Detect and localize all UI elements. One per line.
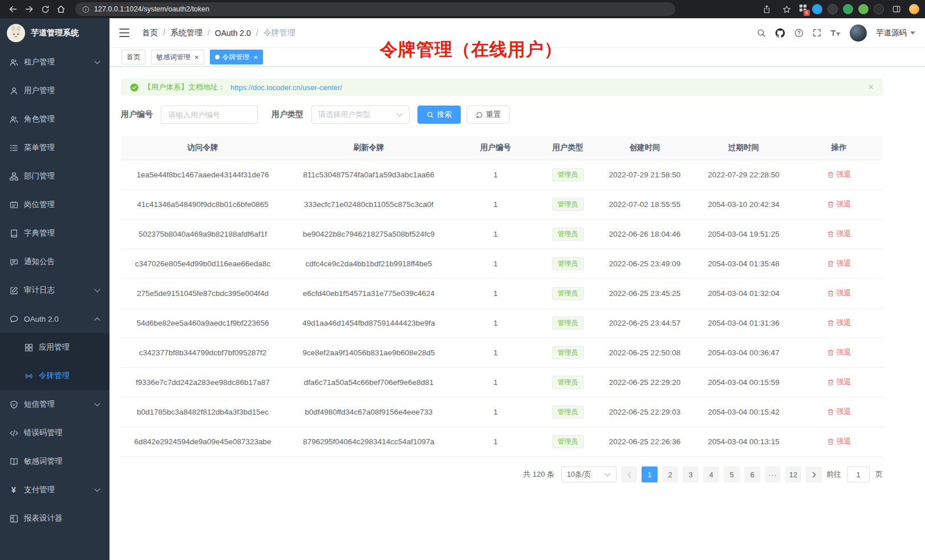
side-panel-button[interactable] [889,2,904,16]
sidebar-item[interactable]: ¥ 支付管理 [0,476,109,504]
page-button[interactable]: 5 [724,466,740,482]
page-button[interactable]: ··· [765,466,781,482]
address-bar[interactable]: 127.0.0.1:1024/system/oauth2/token [75,2,675,16]
site-info-icon[interactable] [82,6,90,13]
bookmark-star-icon[interactable] [779,2,794,16]
access-token-cell: b0d1785bc3a8482f812db4a3f3bd15ec [121,397,285,427]
tab[interactable]: 敏感词管理 × [151,50,204,64]
prev-page-button[interactable] [621,466,637,482]
sidebar-item[interactable]: 应用管理 [0,333,109,362]
forward-button[interactable] [22,2,36,16]
fullscreen-icon[interactable] [813,29,821,37]
sidebar-item[interactable]: 菜单管理 [0,133,109,162]
user-type-badge: 管理员 [552,435,584,448]
create-time-cell: 2022-06-25 23:44:57 [597,309,692,338]
delete-icon [827,438,834,445]
breadcrumb-item[interactable]: 令牌管理 [263,28,295,38]
sidebar-item[interactable]: 部门管理 [0,162,109,190]
sidebar-item[interactable]: 审计日志 [0,276,109,305]
search-icon[interactable] [757,29,766,38]
reset-button[interactable]: 重置 [466,105,510,124]
sidebar-item[interactable]: 角色管理 [0,105,109,133]
close-icon[interactable]: × [869,83,874,92]
force-logout-button[interactable]: 强退 [827,436,851,447]
sidebar-item[interactable]: 字典管理 [0,219,109,247]
breadcrumb-item[interactable]: 系统管理 [171,28,215,38]
share-button[interactable] [759,2,774,16]
user-id-input[interactable] [161,105,258,124]
close-icon[interactable]: × [254,54,258,61]
force-logout-button[interactable]: 强退 [827,229,851,239]
force-logout-button[interactable]: 强退 [827,318,851,328]
github-icon[interactable] [775,28,785,38]
goto-page-input[interactable] [847,466,870,482]
page-size-select[interactable]: 10条/页 [561,466,616,482]
user-type-badge: 管理员 [552,376,584,389]
sidebar-item[interactable]: 令牌管理 [0,362,109,390]
force-logout-button[interactable]: 强退 [827,288,851,298]
sidebar-item[interactable]: 错误码管理 [0,419,109,447]
column-header: 创建时间 [597,136,692,160]
next-page-button[interactable] [806,466,822,482]
caret-down-icon [910,31,915,35]
sidebar-item[interactable]: OAuth 2.0 [0,305,109,333]
user-menu[interactable]: 芋道源码 [876,28,915,38]
doc-link[interactable]: https://doc.iocoder.cn/user-center/ [230,83,342,92]
force-logout-button[interactable]: 强退 [827,347,851,358]
close-icon[interactable]: × [194,54,199,61]
user-avatar[interactable] [850,25,867,42]
role-icon [9,115,18,124]
sidebar-item[interactable]: 通知公告 [0,247,109,276]
page-button[interactable]: 4 [703,466,719,482]
force-logout-button[interactable]: 强退 [827,258,851,269]
action-cell: 强退 [795,427,883,457]
sidebar-item[interactable]: 敏感词管理 [0,447,109,476]
reload-button[interactable] [38,2,52,16]
browser-extension-icon[interactable] [874,4,884,14]
page-button[interactable]: 6 [744,466,760,482]
table-row: 6d842e2924594de9a09e45e087323abe 8796295… [121,427,883,457]
table-header-row: 访问令牌 刷新令牌 用户编号 用户类型 创建时间 过期时间 操作 [121,136,883,160]
force-logout-button[interactable]: 强退 [827,407,851,417]
tab[interactable]: 首页 [121,50,145,64]
chevron-icon [94,317,100,321]
sidebar-item[interactable]: 岗位管理 [0,190,109,219]
delete-icon [827,319,834,327]
profile-avatar[interactable] [909,4,919,14]
sidebar-item[interactable]: 报表设计器 [0,504,109,533]
force-logout-button[interactable]: 强退 [827,169,851,180]
breadcrumb-item[interactable]: 首页 [142,28,171,38]
sidebar-item[interactable]: 短信管理 [0,390,109,419]
breadcrumb-item[interactable]: OAuth 2.0 [215,29,263,38]
access-token-cell: 41c41346a548490f9dc8b01c6bfe0865 [121,190,285,220]
user-type-cell: 管理员 [538,397,597,427]
sidebar-item[interactable]: 租户管理 [0,48,109,76]
user-id-cell: 1 [453,220,538,249]
sensitive-icon [9,457,18,466]
access-token-cell: 6d842e2924594de9a09e45e087323abe [121,427,285,457]
page-button[interactable]: 12 [785,466,801,482]
page-button[interactable]: 1 [642,466,658,482]
page-button[interactable]: 2 [662,466,678,482]
home-button[interactable] [54,2,68,16]
tab[interactable]: 令牌管理 × [210,50,263,64]
extensions-icon[interactable]: 6 [799,4,807,14]
browser-extension-icon[interactable] [812,4,822,14]
search-button[interactable]: 搜索 [417,105,461,124]
sidebar-item-label: OAuth 2.0 [24,315,59,323]
user-type-select[interactable]: 请选择用户类型 [311,105,409,124]
browser-extension-icon[interactable] [858,4,869,14]
page-button[interactable]: 3 [683,466,699,482]
help-icon[interactable] [794,29,804,38]
force-logout-button[interactable]: 强退 [827,199,851,209]
back-button[interactable] [6,2,21,16]
sidebar-toggle-button[interactable] [119,29,129,37]
force-logout-button[interactable]: 强退 [827,377,851,387]
font-size-icon[interactable] [830,29,841,37]
browser-extension-icon[interactable] [827,4,838,14]
browser-extension-icon[interactable] [843,4,853,14]
sidebar-item-label: 错误码管理 [24,428,63,438]
refresh-token-cell: 9ce8ef2aa9f14056b831ae9b608e28d5 [285,338,453,368]
sidebar-item[interactable]: 用户管理 [0,76,109,105]
column-header: 用户类型 [538,136,597,160]
